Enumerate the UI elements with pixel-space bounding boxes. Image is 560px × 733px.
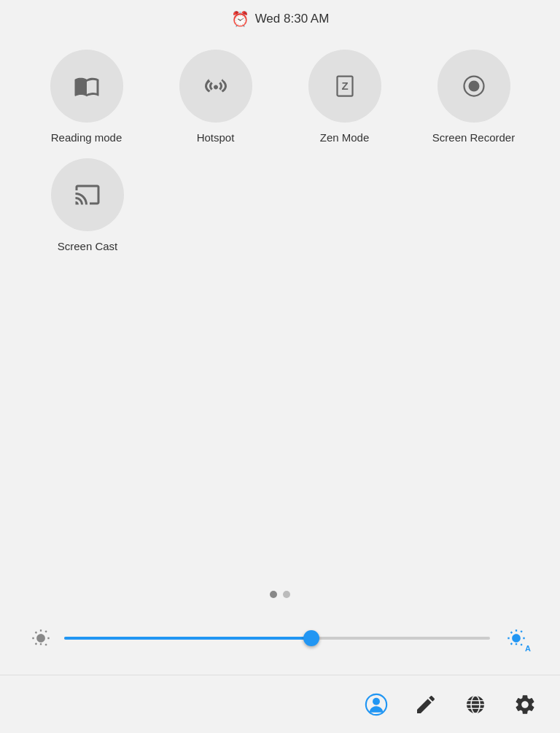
tile-reading-mode[interactable]: Reading mode bbox=[22, 50, 151, 144]
clock-icon: ⏰ bbox=[231, 10, 249, 28]
zen-icon: Z bbox=[332, 73, 358, 99]
tile-circle-screen-recorder bbox=[438, 50, 510, 123]
globe-icon bbox=[464, 693, 487, 716]
svg-text:Z: Z bbox=[341, 79, 348, 92]
brightness-low-icon[interactable] bbox=[29, 627, 52, 650]
tile-circle-hotspot bbox=[179, 50, 252, 123]
tile-label-screen-recorder: Screen Recorder bbox=[432, 131, 515, 144]
brightness-bar: A bbox=[0, 624, 560, 653]
nav-settings-icon[interactable] bbox=[512, 691, 538, 718]
tiles-row-1: Reading mode Hotspot Z Zen Mode bbox=[22, 50, 538, 144]
tile-label-screen-cast: Screen Cast bbox=[58, 240, 118, 252]
user-circle-icon bbox=[364, 692, 389, 717]
tile-hotspot[interactable]: Hotspot bbox=[151, 50, 280, 144]
nav-user-icon[interactable] bbox=[363, 691, 389, 718]
svg-point-3 bbox=[468, 81, 479, 92]
dot-2 bbox=[283, 591, 290, 598]
tile-circle-zen-mode: Z bbox=[308, 50, 381, 123]
pencil-icon bbox=[414, 693, 438, 716]
tile-zen-mode[interactable]: Z Zen Mode bbox=[280, 50, 409, 144]
gear-icon bbox=[513, 693, 537, 716]
tile-label-hotspot: Hotspot bbox=[197, 131, 235, 144]
tile-screen-cast[interactable]: Screen Cast bbox=[22, 158, 153, 252]
status-time: Wed 8:30 AM bbox=[255, 12, 330, 26]
sun-half-icon bbox=[31, 628, 51, 648]
nav-globe-icon[interactable] bbox=[462, 691, 489, 718]
dot-1 bbox=[270, 591, 277, 598]
hotspot-icon bbox=[203, 73, 229, 99]
pagination-dots bbox=[0, 591, 560, 598]
nav-edit-icon[interactable] bbox=[413, 691, 439, 718]
status-bar: ⏰ Wed 8:30 AM bbox=[0, 0, 560, 35]
tile-circle-reading-mode bbox=[50, 50, 123, 123]
bottom-nav bbox=[0, 675, 560, 733]
sun-auto-icon bbox=[506, 628, 526, 648]
book-icon bbox=[74, 73, 100, 99]
auto-brightness-a-label: A bbox=[525, 644, 531, 653]
tiles-container: Reading mode Hotspot Z Zen Mode bbox=[0, 35, 560, 274]
brightness-slider-fill bbox=[64, 637, 311, 640]
record-icon bbox=[461, 73, 487, 99]
tile-screen-recorder[interactable]: Screen Recorder bbox=[409, 50, 538, 144]
tile-label-zen-mode: Zen Mode bbox=[320, 131, 370, 144]
brightness-auto-icon[interactable]: A bbox=[502, 624, 531, 653]
tiles-row-2: Screen Cast bbox=[22, 158, 538, 252]
brightness-slider[interactable] bbox=[64, 637, 490, 640]
tile-label-reading-mode: Reading mode bbox=[51, 131, 122, 144]
cast-icon bbox=[74, 182, 101, 208]
svg-point-5 bbox=[373, 697, 380, 705]
tile-circle-screen-cast bbox=[51, 158, 124, 231]
brightness-slider-thumb[interactable] bbox=[303, 630, 319, 646]
